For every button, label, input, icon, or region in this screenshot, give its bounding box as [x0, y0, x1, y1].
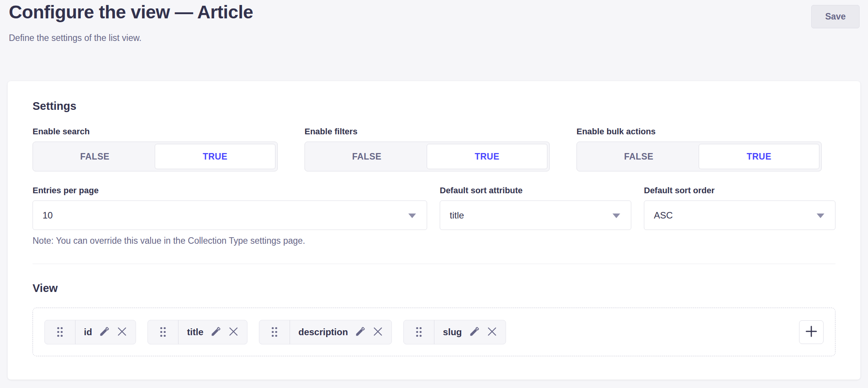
toggle-enable-search: FALSE TRUE	[33, 142, 278, 171]
toggle-group-enable-search: Enable search FALSE TRUE	[33, 127, 278, 171]
field-chip-label: slug	[443, 327, 462, 337]
pencil-icon	[355, 326, 366, 338]
pencil-icon	[210, 326, 221, 338]
field-label: Entries per page	[33, 186, 427, 195]
select-group-default-sort-attribute: Default sort attribute title	[440, 186, 631, 246]
edit-field-button[interactable]	[469, 326, 480, 338]
toggle-enable-filters: FALSE TRUE	[305, 142, 550, 171]
field-label: Default sort attribute	[440, 186, 631, 195]
add-field-button[interactable]	[799, 320, 824, 344]
close-icon	[487, 326, 497, 338]
drag-handle-icon[interactable]	[259, 320, 290, 344]
field-chip: description	[259, 320, 392, 344]
toggle-false-option[interactable]: FALSE	[307, 144, 427, 169]
toggle-group-enable-filters: Enable filters FALSE TRUE	[305, 127, 550, 171]
settings-heading: Settings	[33, 100, 835, 112]
toggles-row: Enable search FALSE TRUE Enable filters …	[33, 127, 835, 171]
pencil-icon	[99, 326, 110, 338]
toggle-false-option[interactable]: FALSE	[35, 144, 155, 169]
page-title: Configure the view — Article	[9, 1, 253, 24]
page-header: Configure the view — Article Define the …	[0, 0, 868, 81]
select-group-entries-per-page: Entries per page 10 Note: You can overri…	[33, 186, 427, 246]
default-sort-order-select[interactable]: ASC	[644, 201, 835, 230]
chip-body: description	[290, 320, 391, 344]
field-chip-label: description	[298, 327, 348, 337]
chip-body: slug	[434, 320, 505, 344]
remove-field-button[interactable]	[373, 326, 383, 338]
page-subtitle: Define the settings of the list view.	[9, 33, 141, 43]
field-label: Default sort order	[644, 186, 835, 195]
remove-field-button[interactable]	[487, 326, 497, 338]
note-text: Note: You can override this value in the…	[33, 236, 427, 246]
close-icon	[373, 326, 383, 338]
section-divider	[33, 264, 835, 264]
select-value: ASC	[654, 210, 673, 221]
plus-icon	[805, 325, 817, 339]
chevron-down-icon	[612, 210, 621, 221]
field-label: Enable filters	[305, 127, 550, 136]
toggle-enable-bulk-actions: FALSE TRUE	[576, 142, 822, 171]
select-value: 10	[43, 210, 53, 221]
drag-handle-icon[interactable]	[148, 320, 179, 344]
toggle-false-option[interactable]: FALSE	[579, 144, 699, 169]
close-icon	[117, 326, 127, 338]
pencil-icon	[469, 326, 480, 338]
toggle-true-option[interactable]: TRUE	[427, 144, 547, 169]
close-icon	[228, 326, 239, 338]
edit-field-button[interactable]	[355, 326, 366, 338]
default-sort-attribute-select[interactable]: title	[440, 201, 631, 230]
remove-field-button[interactable]	[117, 326, 127, 338]
toggle-true-option[interactable]: TRUE	[155, 144, 275, 169]
view-field-list: id title	[33, 308, 835, 356]
toggle-group-enable-bulk-actions: Enable bulk actions FALSE TRUE	[576, 127, 822, 171]
field-chip: id	[44, 320, 136, 344]
toggle-true-option[interactable]: TRUE	[699, 144, 819, 169]
chip-body: id	[75, 320, 136, 344]
chevron-down-icon	[408, 210, 416, 221]
settings-card: Settings Enable search FALSE TRUE Enable…	[8, 81, 860, 380]
field-label: Enable bulk actions	[576, 127, 822, 136]
drag-handle-icon[interactable]	[45, 320, 75, 344]
save-button[interactable]: Save	[811, 5, 860, 28]
entries-per-page-select[interactable]: 10	[33, 201, 427, 230]
select-value: title	[450, 210, 464, 221]
drag-handle-icon[interactable]	[404, 320, 434, 344]
edit-field-button[interactable]	[99, 326, 110, 338]
chevron-down-icon	[816, 210, 825, 221]
field-chip-label: id	[84, 327, 92, 337]
chip-body: title	[179, 320, 247, 344]
edit-field-button[interactable]	[210, 326, 221, 338]
field-chip-label: title	[187, 327, 203, 337]
remove-field-button[interactable]	[228, 326, 239, 338]
view-heading: View	[33, 282, 835, 295]
field-chip: slug	[403, 320, 506, 344]
field-label: Enable search	[33, 127, 278, 136]
selects-row: Entries per page 10 Note: You can overri…	[33, 186, 835, 246]
field-chip: title	[147, 320, 247, 344]
select-group-default-sort-order: Default sort order ASC	[644, 186, 835, 246]
